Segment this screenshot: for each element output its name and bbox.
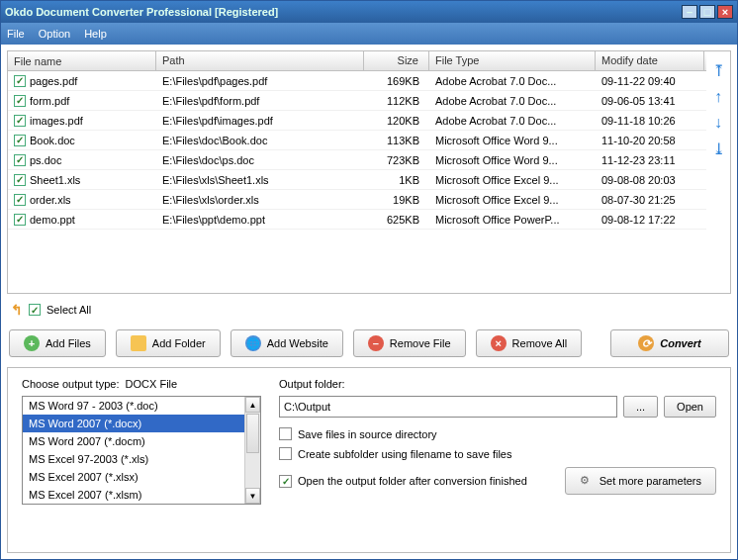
output-type-option[interactable]: MS Excel 2007 (*.xlsx) — [23, 468, 244, 486]
output-type-option[interactable]: MS Excel 2007 (*.xlsm) — [23, 486, 244, 504]
select-all-checkbox[interactable]: ✓ — [29, 304, 41, 316]
remove-file-button[interactable]: – Remove File — [353, 329, 466, 357]
remove-all-button[interactable]: × Remove All — [476, 329, 583, 357]
titlebar: Okdo Document Converter Professional [Re… — [1, 1, 737, 23]
create-subfolder-checkbox[interactable] — [279, 447, 292, 460]
table-row[interactable]: ✓Sheet1.xlsE:\Files\xls\Sheet1.xls1KBMic… — [8, 170, 706, 190]
move-bottom-icon[interactable]: ⤓ — [712, 140, 725, 158]
file-path: E:\Files\pdf\images.pdf — [156, 113, 364, 129]
table-row[interactable]: ✓demo.pptE:\Files\ppt\demo.ppt625KBMicro… — [8, 210, 706, 230]
file-date: 11-10-20 20:58 — [596, 133, 704, 148]
list-header: File name Path Size File Type Modify dat… — [8, 51, 706, 71]
output-folder-input[interactable] — [279, 396, 617, 418]
output-type-option[interactable]: MS Word 2007 (*.docx) — [23, 415, 244, 432]
open-folder-button[interactable]: Open — [664, 396, 716, 418]
row-checkbox[interactable]: ✓ — [14, 115, 26, 127]
table-row[interactable]: ✓pages.pdfE:\Files\pdf\pages.pdf169KBAdo… — [8, 71, 706, 91]
output-folder-label: Output folder: — [279, 378, 716, 390]
row-checkbox[interactable]: ✓ — [14, 135, 26, 146]
menu-file[interactable]: File — [7, 28, 25, 40]
listbox-scrollbar[interactable]: ▲ ▼ — [244, 397, 260, 504]
col-header-path[interactable]: Path — [156, 51, 364, 70]
file-path: E:\Files\doc\Book.doc — [156, 133, 364, 148]
row-checkbox[interactable]: ✓ — [14, 174, 26, 186]
file-name: Sheet1.xls — [30, 174, 80, 186]
file-size: 723KB — [364, 152, 429, 168]
table-row[interactable]: ✓order.xlsE:\Files\xls\order.xls19KBMicr… — [8, 190, 706, 210]
scroll-up-button[interactable]: ▲ — [245, 397, 260, 413]
output-type-listbox[interactable]: MS Word 97 - 2003 (*.doc)MS Word 2007 (*… — [22, 396, 261, 505]
file-path: E:\Files\doc\ps.doc — [156, 152, 364, 168]
create-subfolder-label: Create subfolder using filename to save … — [298, 448, 511, 460]
table-row[interactable]: ✓Book.docE:\Files\doc\Book.doc113KBMicro… — [8, 131, 706, 150]
close-button[interactable]: × — [717, 5, 733, 19]
row-checkbox[interactable]: ✓ — [14, 75, 26, 87]
toolbar: + Add Files Add Folder 🌐 Add Website – R… — [7, 326, 731, 367]
save-source-label: Save files in source directory — [298, 428, 437, 440]
row-checkbox[interactable]: ✓ — [14, 95, 26, 107]
output-folder-section: Output folder: ... Open Save files in so… — [279, 378, 716, 542]
file-name: Book.doc — [30, 135, 75, 146]
x-icon: × — [491, 335, 507, 351]
output-type-option[interactable]: MS Word 97 - 2003 (*.doc) — [23, 397, 244, 415]
minimize-button[interactable]: – — [682, 5, 697, 19]
move-up-icon[interactable]: ↑ — [714, 88, 722, 106]
row-checkbox[interactable]: ✓ — [14, 214, 26, 226]
file-path: E:\Files\ppt\demo.ppt — [156, 212, 364, 228]
select-all-label: Select All — [46, 304, 91, 316]
convert-icon: ⟳ — [638, 335, 654, 351]
move-down-icon[interactable]: ↓ — [714, 114, 722, 132]
globe-icon: 🌐 — [245, 335, 261, 351]
table-row[interactable]: ✓images.pdfE:\Files\pdf\images.pdf120KBA… — [8, 111, 706, 131]
add-folder-button[interactable]: Add Folder — [116, 329, 221, 357]
file-list[interactable]: File name Path Size File Type Modify dat… — [8, 51, 706, 293]
table-row[interactable]: ✓form.pdfE:\Files\pdf\form.pdf112KBAdobe… — [8, 91, 706, 111]
file-size: 1KB — [364, 172, 429, 188]
file-type: Microsoft Office Word 9... — [429, 152, 596, 168]
menu-help[interactable]: Help — [84, 28, 107, 40]
col-header-type[interactable]: File Type — [429, 51, 596, 70]
content-area: File name Path Size File Type Modify dat… — [1, 45, 737, 559]
open-after-row: ✓ Open the output folder after conversio… — [279, 475, 565, 488]
convert-button[interactable]: ⟳ Convert — [610, 329, 729, 357]
row-checkbox[interactable]: ✓ — [14, 194, 26, 206]
set-more-parameters-button[interactable]: ⚙ Set more parameters — [565, 467, 716, 495]
maximize-button[interactable]: □ — [699, 5, 715, 19]
output-type-option[interactable]: MS Excel 97-2003 (*.xls) — [23, 450, 244, 468]
browse-button[interactable]: ... — [623, 396, 658, 418]
menubar: File Option Help — [1, 23, 737, 45]
col-header-date[interactable]: Modify date — [596, 51, 704, 70]
row-checkbox[interactable]: ✓ — [14, 154, 26, 166]
create-subfolder-row: Create subfolder using filename to save … — [279, 447, 716, 460]
table-row[interactable]: ✓ps.docE:\Files\doc\ps.doc723KBMicrosoft… — [8, 150, 706, 170]
menu-option[interactable]: Option — [39, 28, 70, 40]
open-after-label: Open the output folder after conversion … — [298, 475, 527, 487]
file-path: E:\Files\pdf\pages.pdf — [156, 73, 364, 89]
app-window: Okdo Document Converter Professional [Re… — [0, 0, 738, 560]
up-folder-icon[interactable]: ↰ — [11, 302, 23, 318]
settings-panel: Choose output type: DOCX File MS Word 97… — [7, 367, 731, 553]
gear-icon: ⚙ — [580, 474, 594, 488]
list-rows: ✓pages.pdfE:\Files\pdf\pages.pdf169KBAdo… — [8, 71, 706, 230]
scroll-thumb[interactable] — [246, 414, 259, 453]
move-top-icon[interactable]: ⤒ — [712, 61, 725, 80]
file-name: order.xls — [30, 194, 71, 206]
file-type: Adobe Acrobat 7.0 Doc... — [429, 113, 596, 129]
output-type-label: Choose output type: DOCX File — [22, 378, 261, 390]
col-header-name[interactable]: File name — [8, 51, 156, 70]
scroll-track[interactable] — [245, 454, 260, 488]
plus-icon: + — [24, 335, 40, 351]
file-type: Microsoft Office PowerP... — [429, 212, 596, 228]
reorder-arrows: ⤒ ↑ ↓ ⤓ — [706, 51, 730, 293]
file-date: 09-11-22 09:40 — [596, 73, 704, 89]
output-type-option[interactable]: MS Word 2007 (*.docm) — [23, 432, 244, 450]
add-website-button[interactable]: 🌐 Add Website — [231, 329, 343, 357]
add-files-button[interactable]: + Add Files — [9, 329, 106, 357]
save-source-checkbox[interactable] — [279, 427, 292, 440]
file-date: 09-08-12 17:22 — [596, 212, 704, 228]
open-after-checkbox[interactable]: ✓ — [279, 475, 292, 488]
scroll-down-button[interactable]: ▼ — [245, 488, 260, 504]
col-header-size[interactable]: Size — [364, 51, 429, 70]
file-list-panel: File name Path Size File Type Modify dat… — [7, 50, 731, 294]
file-type: Microsoft Office Excel 9... — [429, 192, 596, 208]
